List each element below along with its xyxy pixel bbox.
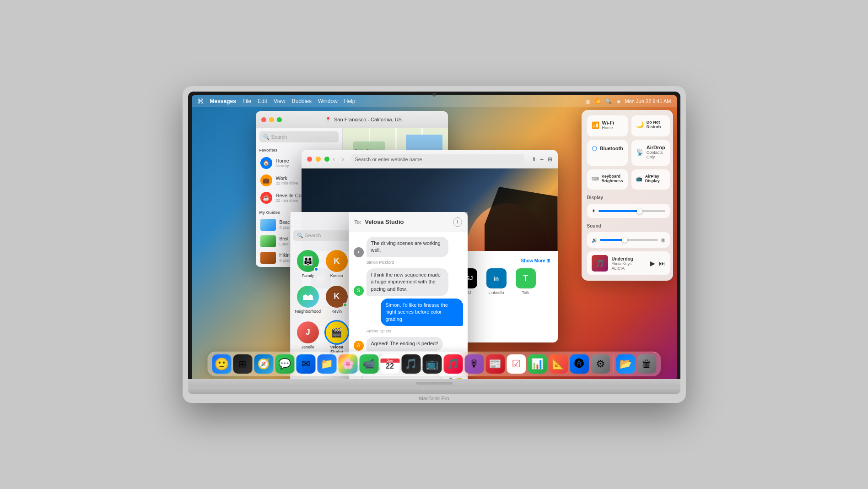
- airplay-icon: 📺: [636, 176, 642, 182]
- neighborhood-avatar: 🏘: [297, 286, 319, 308]
- dock-music[interactable]: 🎵: [443, 354, 463, 374]
- chat-app-icon[interactable]: A: [354, 377, 358, 380]
- dock-mail-icon: ✉: [302, 358, 310, 370]
- dock-reminders[interactable]: ☑: [507, 354, 526, 374]
- np-controls: ▶ ⏭: [650, 260, 665, 267]
- coffee-icon: ☕: [260, 192, 272, 204]
- chat-info-button[interactable]: ℹ: [453, 217, 462, 227]
- dock-settings-icon: ⚙: [596, 358, 605, 370]
- menubar-search-icon[interactable]: 🔍: [605, 98, 612, 104]
- guide-hiking-thumb: [260, 252, 276, 264]
- dock-files[interactable]: 📁: [317, 354, 336, 374]
- desktop: ⌘ Messages File Edit View Buddies Window…: [192, 95, 677, 379]
- safari-minimize[interactable]: [316, 157, 321, 162]
- fav-linkedin[interactable]: in LinkedIn: [485, 268, 508, 300]
- bluetooth-icon: ⬡: [592, 145, 597, 152]
- dock: 🙂 ⊞ 🧭 💬 ✉: [207, 352, 661, 376]
- safari-close[interactable]: [307, 157, 312, 162]
- dock-podcasts[interactable]: 🎙: [464, 354, 484, 374]
- dock-trash[interactable]: 🗑: [637, 354, 656, 374]
- keyboard-icon: ⌨: [592, 176, 599, 182]
- np-skip-button[interactable]: ⏭: [659, 260, 665, 267]
- menu-buddies[interactable]: Buddies: [292, 98, 312, 104]
- messages-search-icon: 🔍: [297, 233, 303, 239]
- cc-sound-slider[interactable]: [600, 239, 658, 241]
- dock-appstore[interactable]: 🅐: [570, 354, 589, 374]
- dock-launchpad-icon: ⊞: [239, 359, 247, 369]
- dock-safari[interactable]: 🧭: [254, 354, 273, 374]
- menu-view[interactable]: View: [274, 98, 286, 104]
- dock-keynote-icon: 📐: [552, 358, 565, 370]
- dock-stacks[interactable]: 📂: [616, 354, 635, 374]
- minimize-button[interactable]: [269, 117, 274, 122]
- dock-files-icon: 📁: [321, 358, 333, 370]
- contact-family[interactable]: 👨‍👩‍👧 Family: [294, 247, 322, 281]
- safari-nav: ‹ ›: [333, 156, 344, 163]
- np-play-button[interactable]: ▶: [650, 260, 655, 267]
- dock-appletv[interactable]: 📺: [422, 354, 442, 374]
- safari-forward-icon[interactable]: ›: [342, 156, 344, 163]
- janelle-avatar: J: [297, 321, 319, 343]
- cc-wifi-tile[interactable]: 📶 Wi-Fi Home: [587, 115, 628, 136]
- safari-back-icon[interactable]: ‹: [333, 156, 335, 163]
- dock-itunes-icon: 🎵: [405, 358, 417, 370]
- cc-keyboard-tile[interactable]: ⌨ Keyboard Brightness: [587, 169, 628, 190]
- contact-kevin[interactable]: K Kevin: [323, 283, 350, 317]
- fav-talk[interactable]: T Talk: [514, 268, 538, 300]
- safari-add-tab-icon[interactable]: +: [540, 156, 544, 163]
- cc-bluetooth-tile[interactable]: ⬡ Bluetooth: [587, 140, 628, 166]
- maps-address-bar: 📍 San Francisco - California, US: [294, 117, 433, 123]
- maximize-button[interactable]: [277, 117, 282, 122]
- dock-finder[interactable]: 🙂: [212, 354, 231, 374]
- contact-neighborhood[interactable]: 🏘 Neighborhood: [294, 283, 322, 317]
- dock-mail[interactable]: ✉: [296, 354, 315, 374]
- dock-numbers[interactable]: 📊: [528, 354, 547, 374]
- safari-share-icon[interactable]: ⬆: [532, 156, 536, 163]
- dock-messages-icon: 💬: [279, 358, 291, 370]
- menu-window[interactable]: Window: [318, 98, 338, 104]
- dock-launchpad[interactable]: ⊞: [233, 354, 252, 374]
- cc-display-tile[interactable]: ☀: [587, 204, 670, 218]
- cc-sound-icon: 🔊: [592, 238, 597, 243]
- menu-edit[interactable]: Edit: [258, 98, 267, 104]
- cc-airplay-tile[interactable]: 📺 AirPlay Display: [631, 169, 670, 190]
- cc-airdrop-tile[interactable]: 📡 AirDrop Contacts Only: [631, 140, 670, 166]
- dock-messages[interactable]: 💬: [275, 354, 294, 374]
- apple-menu-icon[interactable]: ⌘: [197, 98, 204, 105]
- dock-facetime[interactable]: 📹: [359, 354, 378, 374]
- safari-grid-icon[interactable]: ⊞: [548, 156, 552, 163]
- kristen-avatar: K: [326, 250, 348, 272]
- dock-settings[interactable]: ⚙: [591, 354, 610, 374]
- control-center: 📶 Wi-Fi Home 🌙 Do Not: [582, 110, 673, 281]
- dock-news[interactable]: 📰: [485, 354, 505, 374]
- dock-music-itunes[interactable]: 🎵: [401, 354, 421, 374]
- cc-sound-tile[interactable]: 🔊 ◉: [587, 232, 670, 248]
- msg-sender-amber: Amber Spiers: [367, 329, 463, 333]
- cc-dnd-tile[interactable]: 🌙 Do Not Disturb: [631, 115, 670, 136]
- dock-music-icon: 🎵: [447, 358, 459, 370]
- airdrop-icon: 📡: [636, 148, 644, 156]
- contact-kristen[interactable]: K Kristen: [323, 247, 350, 281]
- work-icon: 💼: [260, 174, 272, 186]
- dock-calendar[interactable]: Jun 22: [380, 354, 399, 374]
- dock-keynote[interactable]: 📐: [549, 354, 568, 374]
- menu-file[interactable]: File: [243, 98, 251, 104]
- chat-emoji-icon[interactable]: 🙂: [455, 377, 463, 380]
- maps-search-container: 🔍 Search: [256, 128, 342, 146]
- msg-row-1: • The driving scenes are working well.: [354, 237, 463, 257]
- cc-wifi-sub: Home: [602, 125, 615, 130]
- menu-help[interactable]: Help: [344, 98, 356, 104]
- maps-search-input[interactable]: 🔍 Search: [259, 131, 339, 142]
- menubar-control-center-icon[interactable]: ⊞: [616, 98, 620, 104]
- menubar-wifi-icon[interactable]: 📶: [594, 98, 601, 104]
- messages-search-placeholder: Search: [305, 233, 321, 238]
- chat-audio-icon[interactable]: 🎤: [445, 377, 453, 380]
- safari-maximize[interactable]: [324, 157, 329, 162]
- safari-url-text: Search or enter website name: [355, 157, 422, 162]
- close-button[interactable]: [261, 117, 266, 122]
- cc-display-slider[interactable]: [598, 210, 665, 212]
- safari-show-more[interactable]: Show More ⊞: [521, 258, 550, 265]
- safari-url-bar[interactable]: Search or enter website name: [351, 154, 525, 165]
- dock-photos[interactable]: 🌸: [338, 354, 357, 374]
- dock-facetime-icon: 📹: [363, 358, 375, 370]
